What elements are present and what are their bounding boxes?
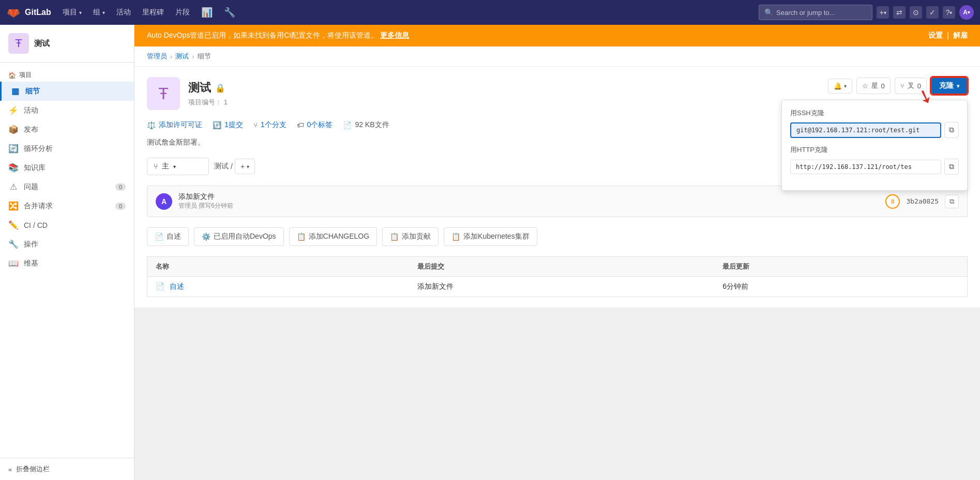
commits-link[interactable]: 1提交 — [224, 120, 243, 130]
file-table-body: 📄 自述 添加新文件 6分钟前 — [147, 277, 968, 297]
sidebar-item-operations[interactable]: 🔧 操作 — [0, 235, 134, 254]
project-avatar-icon: Ŧ — [8, 33, 29, 54]
ssh-url-input[interactable] — [790, 122, 941, 138]
sidebar-item-cycle[interactable]: 🔄 循环分析 — [0, 139, 134, 158]
star-button[interactable]: ☆ 星 0 — [856, 78, 891, 94]
gear-icon: ⚙️ — [202, 233, 210, 241]
sidebar-nav: 🏠 项目 ▦ 细节 ⚡ 活动 📦 发布 🔄 循环分析 📚 知识 — [0, 63, 134, 458]
ssh-url-row: ⧉ — [790, 122, 959, 138]
issues-icon[interactable]: ⊙ — [910, 6, 922, 19]
project-header-right: 🔔 ▾ ☆ 星 0 ⑂ 叉 0 克隆 ▾ — [828, 77, 968, 95]
commit-hash-copy-button[interactable]: ⧉ — [945, 195, 959, 208]
collapse-sidebar-button[interactable]: « 折叠侧边栏 — [0, 458, 134, 480]
navbar-groups[interactable]: 组 ▾ — [88, 5, 110, 20]
navbar-analytics[interactable]: 📊 — [196, 4, 218, 21]
ssh-clone-title: 用SSH克隆 — [790, 109, 959, 118]
navbar-activity[interactable]: 活动 — [111, 5, 136, 20]
add-changelog-button[interactable]: 📋 添加CHANGELOG — [289, 227, 377, 246]
add-button[interactable]: + ▾ — [877, 6, 889, 19]
user-avatar[interactable]: A ▾ — [959, 5, 974, 20]
breadcrumb-sep-2: › — [192, 53, 194, 60]
size-text: 92 KB文件 — [355, 120, 389, 130]
devops-enabled-button[interactable]: ⚙️ 已启用自动DevOps — [194, 227, 284, 246]
details-icon: ▦ — [10, 86, 20, 96]
project-logo: Ŧ — [147, 77, 180, 110]
releases-icon: 📦 — [8, 125, 19, 134]
http-url-input[interactable] — [790, 160, 941, 174]
ssh-copy-button[interactable]: ⧉ — [944, 122, 959, 138]
breadcrumb-admin[interactable]: 管理员 — [147, 52, 167, 61]
sidebar-item-wiki[interactable]: 📖 维基 — [0, 254, 134, 273]
chevron-down-icon: ▾ — [949, 10, 952, 16]
cycle-icon: 🔄 — [8, 144, 19, 153]
devops-more-link[interactable]: 更多信息 — [380, 31, 409, 40]
sidebar-item-repository[interactable]: 📚 知识库 — [0, 158, 134, 177]
file-name-link[interactable]: 自述 — [170, 282, 184, 290]
http-copy-button[interactable]: ⧉ — [944, 159, 959, 175]
navbar-milestones[interactable]: 里程碑 — [137, 5, 169, 20]
bell-icon: 🔔 — [834, 82, 842, 90]
sidebar-item-activity[interactable]: ⚡ 活动 — [0, 101, 134, 120]
gitlab-logo-icon — [6, 5, 21, 20]
issues-badge: 0 — [115, 183, 126, 191]
breadcrumb-sep-1: › — [170, 53, 172, 60]
operations-icon: 🔧 — [8, 239, 19, 249]
gitlab-brand[interactable]: GitLab — [6, 5, 51, 20]
branch-icon: ⑂ — [154, 162, 158, 171]
branch-selector[interactable]: ⑂ 主 ▾ — [147, 158, 209, 175]
navbar-wrench[interactable]: 🔧 — [219, 4, 240, 21]
navbar-projects[interactable]: 项目 ▾ — [57, 5, 87, 20]
path-breadcrumb: 测试 / + ▾ — [214, 159, 255, 174]
branches-link[interactable]: 1个分支 — [261, 120, 287, 130]
devops-dismiss-button[interactable]: 解雇 — [953, 31, 968, 40]
commit-meta: 管理员 撰写6分钟前 — [178, 202, 879, 210]
project-id-text: 项目编号： 1 — [188, 98, 228, 107]
size-icon: 📄 — [343, 121, 352, 129]
add-license-link[interactable]: 添加许可可证 — [159, 120, 202, 130]
sidebar-item-merge-requests[interactable]: 🔀 合并请求 0 — [0, 196, 134, 215]
collapse-icon: « — [8, 466, 12, 473]
sidebar-item-details[interactable]: ▦ 细节 — [0, 82, 134, 101]
chart-icon: 📊 — [201, 7, 213, 18]
size-stat: 📄 92 KB文件 — [343, 120, 389, 130]
merge-requests-icon[interactable]: ⇄ — [893, 6, 906, 19]
help-icon[interactable]: ? ▾ — [943, 6, 955, 19]
lock-icon: 🔒 — [215, 83, 225, 93]
contributing-icon: 📋 — [390, 233, 399, 241]
table-row: 📄 自述 添加新文件 6分钟前 — [147, 277, 968, 297]
kubernetes-icon: 📋 — [451, 233, 460, 241]
commit-hash: 3b2a0825 — [906, 197, 939, 205]
clone-dropdown: ➘ 用SSH克隆 ⧉ 用HTTP克隆 ⧉ — [781, 100, 968, 191]
add-contributing-button[interactable]: 📋 添加贡献 — [382, 227, 439, 246]
sidebar-header: Ŧ 测试 — [0, 25, 134, 63]
branches-icon: ⑂ — [253, 121, 258, 129]
sidebar-item-issues[interactable]: ⚠ 问题 0 — [0, 177, 134, 196]
pipeline-status-button[interactable]: ⏸ — [885, 194, 900, 209]
breadcrumb-project[interactable]: 测试 — [175, 52, 189, 61]
readme-button[interactable]: 📄 自述 — [147, 227, 189, 246]
project-header: Ŧ 测试 🔒 项目编号： 1 🔔 — [147, 77, 968, 110]
notifications-button[interactable]: 🔔 ▾ — [828, 79, 852, 94]
project-name-text: 测试 — [188, 80, 211, 96]
merge-requests-nav-icon: 🔀 — [8, 201, 19, 211]
add-kubernetes-button[interactable]: 📋 添加Kubernetes集群 — [444, 227, 537, 246]
sidebar-item-releases[interactable]: 📦 发布 — [0, 120, 134, 139]
navbar-right: 🔍 Search or jump to... + ▾ ⇄ ⊙ ✓ ? ▾ A ▾ — [759, 5, 974, 20]
file-name-cell: 📄 自述 — [147, 277, 409, 297]
search-box[interactable]: 🔍 Search or jump to... — [759, 5, 872, 20]
path-add-button[interactable]: + ▾ — [235, 159, 255, 174]
tags-link[interactable]: 0个标签 — [307, 120, 333, 130]
todo-icon[interactable]: ✓ — [926, 6, 939, 19]
sidebar-item-cicd[interactable]: ✏️ CI / CD — [0, 215, 134, 235]
clone-button[interactable]: 克隆 ▾ — [931, 77, 968, 95]
gitlab-text: GitLab — [25, 8, 51, 17]
navbar-snippets[interactable]: 片段 — [170, 5, 195, 20]
wiki-icon: 📖 — [8, 258, 19, 268]
license-stat: ⚖️ 添加许可可证 — [147, 120, 202, 130]
col-last-commit: 最后提交 — [409, 257, 715, 277]
devops-banner: Auto DevOps管道已启用，如果未找到备用CI配置文件，将使用该管道。 更… — [134, 25, 980, 47]
devops-settings-button[interactable]: 设置 — [928, 31, 943, 40]
project-header-left: Ŧ 测试 🔒 项目编号： 1 — [147, 77, 228, 110]
devops-banner-actions: 设置 | 解雇 — [928, 31, 968, 40]
project-title-block: 测试 🔒 项目编号： 1 — [188, 80, 228, 107]
